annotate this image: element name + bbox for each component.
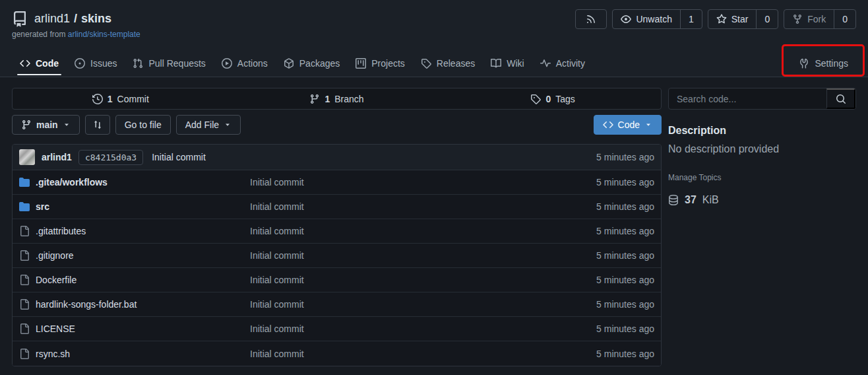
file-name-link[interactable]: src — [36, 201, 49, 212]
branch-icon — [21, 119, 32, 130]
pull-request-icon — [133, 58, 143, 69]
repo-header: arlind1 / skins Unwatch 1 Star — [0, 0, 868, 77]
branches-count: 1 — [325, 94, 330, 104]
compare-button[interactable] — [85, 115, 110, 135]
file-name-link[interactable]: rsync.sh — [36, 349, 70, 359]
add-file-button[interactable]: Add File — [176, 115, 241, 135]
forks-count[interactable]: 0 — [834, 10, 855, 28]
manage-topics-link[interactable]: Manage Topics — [668, 173, 722, 182]
file-row: .gitignore Initial commit 5 minutes ago — [13, 244, 661, 268]
commits-stat[interactable]: 1 Commit — [13, 88, 229, 109]
file-commit-message-link[interactable]: Initial commit — [250, 250, 304, 261]
file-icon — [19, 226, 30, 236]
file-table: arlind1 c84215d0a3 Initial commit 5 minu… — [12, 144, 662, 366]
file-name-link[interactable]: Dockerfile — [36, 275, 77, 285]
tab-actions[interactable]: Actions — [214, 50, 276, 77]
tab-pull-requests[interactable]: Pull Requests — [125, 50, 213, 77]
tab-label: Packages — [299, 58, 340, 69]
file-name-cell: .gitignore — [19, 250, 250, 261]
file-row: .gitattributes Initial commit 5 minutes … — [13, 219, 661, 244]
rss-button[interactable] — [575, 9, 607, 29]
file-commit-message-cell: Initial commit — [250, 177, 549, 188]
file-commit-message-cell: Initial commit — [250, 201, 549, 212]
add-file-label: Add File — [185, 119, 219, 130]
file-commit-message-link[interactable]: Initial commit — [250, 299, 304, 310]
chevron-down-icon — [644, 121, 652, 129]
file-name-link[interactable]: .gitignore — [36, 250, 74, 261]
fork-button[interactable]: Fork — [784, 10, 834, 28]
code-icon — [603, 119, 613, 130]
tab-releases[interactable]: Releases — [413, 50, 483, 77]
file-name-link[interactable]: .gitea/workflows — [36, 177, 108, 188]
file-commit-time: 5 minutes ago — [549, 275, 654, 285]
star-button[interactable]: Star — [708, 10, 757, 28]
tab-settings[interactable]: Settings — [791, 50, 856, 77]
tools-icon — [799, 58, 809, 69]
template-repo-link[interactable]: arlind/skins-template — [68, 30, 140, 39]
file-commit-message-link[interactable]: Initial commit — [250, 226, 304, 236]
search-button[interactable] — [826, 88, 855, 109]
repo-name-link[interactable]: skins — [81, 12, 111, 26]
search-icon — [836, 94, 846, 104]
file-name-link[interactable]: LICENSE — [36, 324, 75, 334]
unwatch-button[interactable]: Unwatch — [613, 10, 679, 28]
watchers-count[interactable]: 1 — [680, 10, 702, 28]
tab-label: Actions — [237, 58, 268, 69]
stars-count[interactable]: 0 — [756, 10, 778, 28]
file-commit-message-link[interactable]: Initial commit — [250, 349, 304, 359]
file-name-cell: LICENSE — [19, 324, 250, 334]
file-commit-message-cell: Initial commit — [250, 250, 549, 261]
file-commit-message-link[interactable]: Initial commit — [250, 275, 304, 285]
file-row: src Initial commit 5 minutes ago — [13, 195, 661, 219]
file-commit-message-cell: Initial commit — [250, 299, 549, 310]
repo-size-value: 37 — [685, 194, 697, 206]
file-row: LICENSE Initial commit 5 minutes ago — [13, 317, 661, 341]
file-icon — [19, 324, 30, 334]
star-button-group: Star 0 — [708, 9, 778, 29]
file-name-link[interactable]: hardlink-songs-folder.bat — [36, 299, 137, 310]
book-icon — [491, 58, 501, 69]
main-content: 1 Commit 1 Branch 0 Tags main — [0, 77, 868, 366]
file-name-cell: Dockerfile — [19, 275, 250, 285]
tab-code[interactable]: Code — [12, 50, 67, 77]
repo-owner-link[interactable]: arlind1 — [34, 12, 70, 26]
branches-stat[interactable]: 1 Branch — [229, 88, 445, 109]
file-name-cell: hardlink-songs-folder.bat — [19, 299, 250, 310]
file-commit-time: 5 minutes ago — [549, 324, 654, 334]
file-commit-message-link[interactable]: Initial commit — [250, 177, 304, 188]
tab-activity[interactable]: Activity — [532, 50, 593, 77]
file-commit-message-cell: Initial commit — [250, 349, 549, 359]
tab-label: Releases — [437, 58, 475, 69]
tab-wiki[interactable]: Wiki — [483, 50, 532, 77]
project-icon — [356, 58, 366, 69]
code-download-button[interactable]: Code — [594, 115, 662, 135]
file-commit-time: 5 minutes ago — [549, 349, 654, 359]
repo-tabs: Code Issues Pull Requests Actions Packag… — [12, 50, 856, 77]
file-row: rsync.sh Initial commit 5 minutes ago — [13, 341, 661, 366]
description-text: No description provided — [668, 143, 856, 155]
commit-author-link[interactable]: arlind1 — [42, 152, 72, 162]
file-commit-message-link[interactable]: Initial commit — [250, 201, 304, 212]
tab-packages[interactable]: Packages — [276, 50, 348, 77]
tag-icon — [530, 94, 541, 104]
database-icon — [668, 195, 679, 205]
file-row: hardlink-songs-folder.bat Initial commit… — [13, 292, 661, 317]
generated-from-line: generated from arlind/skins-template — [12, 30, 856, 39]
tab-issues[interactable]: Issues — [67, 50, 125, 77]
tags-stat[interactable]: 0 Tags — [445, 88, 661, 109]
file-name-link[interactable]: .gitattributes — [36, 226, 86, 236]
commit-hash-link[interactable]: c84215d0a3 — [78, 150, 143, 165]
tab-projects[interactable]: Projects — [348, 50, 413, 77]
search-input[interactable] — [669, 88, 826, 109]
code-search-box — [668, 88, 856, 110]
file-commit-message-link[interactable]: Initial commit — [250, 324, 304, 334]
latest-commit-row: arlind1 c84215d0a3 Initial commit 5 minu… — [13, 145, 661, 170]
commit-author-avatar[interactable] — [19, 149, 35, 165]
file-commit-time: 5 minutes ago — [549, 299, 654, 310]
branch-selector[interactable]: main — [12, 115, 80, 135]
repo-size: 37 KiB — [668, 194, 856, 206]
repo-action-buttons: Unwatch 1 Star 0 Fork 0 — [575, 9, 856, 29]
commit-message-link[interactable]: Initial commit — [152, 152, 206, 162]
star-icon — [716, 14, 727, 24]
go-to-file-button[interactable]: Go to file — [115, 115, 171, 135]
